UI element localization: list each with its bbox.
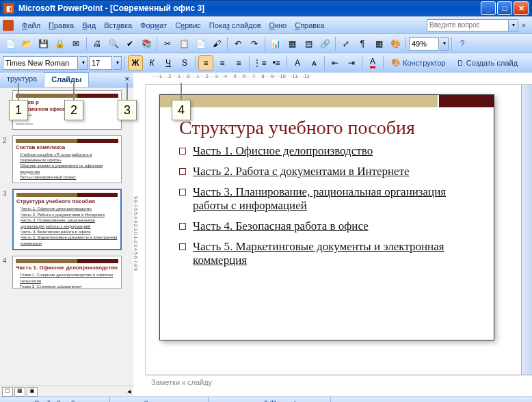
preview-icon[interactable]: 🔍 bbox=[106, 36, 121, 51]
copy-icon[interactable]: 📋 bbox=[176, 36, 191, 51]
bullet-icon bbox=[179, 168, 186, 175]
open-icon[interactable]: 📂 bbox=[19, 36, 34, 51]
color-icon[interactable]: 🎨 bbox=[388, 36, 403, 51]
hyperlink-icon[interactable]: 🔗 bbox=[317, 36, 332, 51]
spell-icon[interactable]: ✔ bbox=[122, 36, 137, 51]
new-icon[interactable]: 📄 bbox=[3, 36, 18, 51]
bullet-icon bbox=[179, 243, 186, 250]
permission-icon[interactable]: 🔒 bbox=[52, 36, 67, 51]
help-search-input[interactable] bbox=[427, 19, 509, 31]
table-icon[interactable]: ▦ bbox=[284, 36, 300, 51]
mail-icon[interactable]: ✉ bbox=[68, 36, 83, 51]
undo-icon[interactable]: ↶ bbox=[230, 36, 245, 51]
menu-service[interactable]: Сервис bbox=[171, 19, 205, 31]
bullet-icon bbox=[179, 148, 186, 155]
paste-icon[interactable]: 📄 bbox=[193, 36, 208, 51]
cut-icon[interactable]: ✂ bbox=[160, 36, 175, 51]
zoom-dropdown[interactable]: ▾ bbox=[440, 37, 449, 51]
callout-1: 1 bbox=[9, 100, 28, 120]
standard-toolbar: 📄 📂 💾 🔒 ✉ 🖨 🔍 ✔ 📚 ✂ 📋 📄 🖌 ↶ ↷ 📊 ▦ ▤ 🔗 ⤢ … bbox=[0, 34, 532, 53]
help-dropdown[interactable]: ▾ bbox=[509, 19, 518, 31]
window-title: Microsoft PowerPoint - [Современный офис… bbox=[18, 3, 481, 13]
callout-3: 3 bbox=[118, 100, 137, 120]
menu-doc-close[interactable]: × bbox=[518, 21, 529, 29]
italic-icon[interactable]: К bbox=[144, 55, 159, 70]
thumbnails[interactable]: чтотов р современном офисе ━━━━━━━━━━━━━… bbox=[0, 88, 133, 386]
doc-icon[interactable] bbox=[3, 20, 14, 31]
help-icon[interactable]: ? bbox=[455, 36, 470, 51]
format-toolbar: Times New Roman ▾ 17 ▾ Ж К Ч S ≡ ≡ ≡ ⋮≡ … bbox=[0, 53, 532, 72]
align-left-icon[interactable]: ≡ bbox=[198, 55, 213, 70]
thumb-num: 3 bbox=[3, 189, 12, 250]
font-name-select[interactable]: Times New Roman bbox=[3, 56, 78, 70]
menu-show[interactable]: Показ слайдов bbox=[205, 19, 265, 31]
numbering-icon[interactable]: ⋮≡ bbox=[252, 55, 267, 70]
menu-window[interactable]: Окно bbox=[265, 19, 291, 31]
redo-icon[interactable]: ↷ bbox=[247, 36, 262, 51]
sorter-view-icon[interactable]: ▦ bbox=[14, 387, 25, 397]
menubar: Файл Правка Вид Вставка Формат Сервис По… bbox=[0, 16, 532, 34]
show-format-icon[interactable]: ¶ bbox=[355, 36, 370, 51]
research-icon[interactable]: 📚 bbox=[139, 36, 154, 51]
shadow-icon[interactable]: S bbox=[177, 55, 192, 70]
format-painter-icon[interactable]: 🖌 bbox=[209, 36, 224, 51]
statusbar: Слайд 3 из 9 Квадрант русский (Россия) bbox=[0, 397, 532, 402]
current-slide[interactable]: Структура учебного пособия Часть 1. Офис… bbox=[159, 94, 494, 340]
status-slide: Слайд 3 из 9 bbox=[0, 397, 110, 402]
minimize-button[interactable]: _ bbox=[481, 1, 496, 15]
close-button[interactable]: ✕ bbox=[514, 1, 529, 15]
font-size-dropdown[interactable]: ▾ bbox=[114, 56, 122, 70]
tables-borders-icon[interactable]: ▤ bbox=[301, 36, 316, 51]
thumbnail-4[interactable]: Часть 1. Офисное делопроизводство Глава … bbox=[12, 256, 122, 289]
ruler-vertical: 9·8·7·6·5·4·3·2·1·0·1·2·3·4·5·6·7·8·9 bbox=[133, 85, 146, 375]
ruler-horizontal: · · ·1· · ·2· · ·1· · ·0· · ·1· · ·2· · … bbox=[146, 72, 532, 85]
slides-pane: труктура Слайды × чтотов р современном о… bbox=[0, 72, 133, 397]
expand-icon[interactable]: ⤢ bbox=[338, 36, 354, 51]
menu-view[interactable]: Вид bbox=[78, 19, 100, 31]
slide-body[interactable]: Часть 1. Офисное делопроизводство Часть … bbox=[160, 144, 494, 267]
menu-format[interactable]: Формат bbox=[136, 19, 171, 31]
underline-icon[interactable]: Ч bbox=[161, 55, 176, 70]
slideshow-view-icon[interactable]: ▣ bbox=[27, 387, 38, 397]
print-icon[interactable]: 🖨 bbox=[90, 36, 105, 51]
vertical-scrollbar[interactable] bbox=[521, 85, 532, 375]
notes-pane[interactable]: Заметки к слайду bbox=[146, 375, 532, 397]
slide-editor: · · ·1· · ·2· · ·1· · ·0· · ·1· · ·2· · … bbox=[133, 72, 532, 397]
chart-icon[interactable]: 📊 bbox=[268, 36, 283, 51]
menu-insert[interactable]: Вставка bbox=[100, 19, 136, 31]
align-center-icon[interactable]: ≡ bbox=[215, 55, 230, 70]
tab-outline[interactable]: труктура bbox=[0, 72, 44, 87]
menu-help[interactable]: Справка bbox=[291, 19, 328, 31]
slide-accent-bar bbox=[160, 95, 494, 107]
thumbnail-2[interactable]: Состав комплекса Учебное пособие «Я гото… bbox=[12, 135, 122, 184]
font-size-select[interactable]: 17 bbox=[89, 56, 112, 70]
font-name-dropdown[interactable]: ▾ bbox=[79, 56, 88, 70]
thumbnail-3[interactable]: Структура учебного пособия Часть 1. Офис… bbox=[12, 189, 122, 250]
save-icon[interactable]: 💾 bbox=[36, 36, 51, 51]
zoom-select[interactable]: 49% bbox=[409, 37, 439, 51]
menu-edit[interactable]: Правка bbox=[44, 19, 78, 31]
increase-indent-icon[interactable]: ⇥ bbox=[344, 55, 359, 70]
thumb-num: 4 bbox=[3, 256, 12, 289]
font-color-icon[interactable]: A bbox=[365, 55, 380, 70]
new-slide-button[interactable]: 🗋 Создать слайд bbox=[452, 55, 522, 70]
grid-icon[interactable]: ▦ bbox=[371, 36, 386, 51]
app-icon: ◧ bbox=[3, 3, 14, 14]
decrease-font-icon[interactable]: ᴀ bbox=[306, 55, 321, 70]
align-right-icon[interactable]: ≡ bbox=[231, 55, 246, 70]
decrease-indent-icon[interactable]: ⇤ bbox=[328, 55, 343, 70]
slide-canvas[interactable]: Структура учебного пособия Часть 1. Офис… bbox=[146, 85, 521, 375]
status-layout: Квадрант bbox=[110, 397, 209, 402]
status-lang[interactable]: русский (Россия) bbox=[209, 397, 331, 402]
tab-slides[interactable]: Слайды bbox=[44, 72, 89, 87]
view-buttons: ▢ ▦ ▣ ◂ bbox=[0, 386, 133, 397]
increase-font-icon[interactable]: A bbox=[290, 55, 305, 70]
designer-button[interactable]: 🎨 Конструктор bbox=[386, 55, 451, 70]
bold-icon[interactable]: Ж bbox=[128, 55, 143, 70]
menu-file[interactable]: Файл bbox=[18, 19, 44, 31]
scroll-left-icon[interactable]: ◂ bbox=[127, 387, 131, 396]
normal-view-icon[interactable]: ▢ bbox=[2, 387, 13, 397]
bullets-icon[interactable]: •≡ bbox=[269, 55, 284, 70]
slide-title[interactable]: Структура учебного пособия bbox=[160, 107, 494, 144]
maximize-button[interactable]: □ bbox=[497, 1, 512, 15]
